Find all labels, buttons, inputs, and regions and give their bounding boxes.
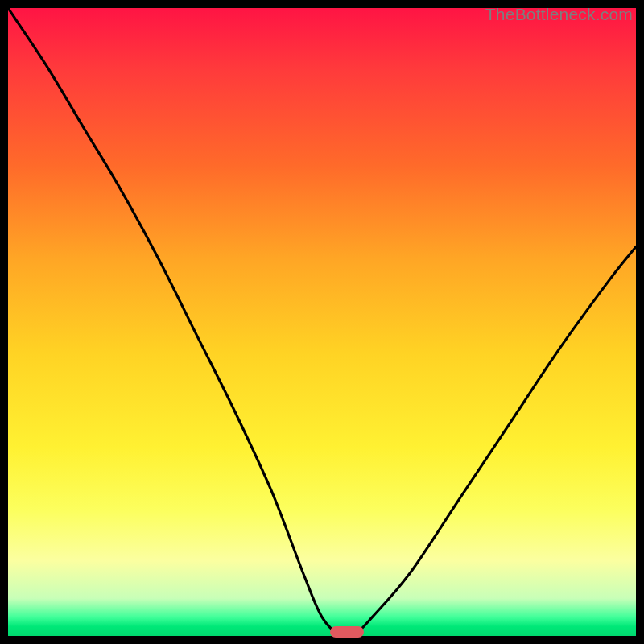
optimal-marker: [330, 626, 364, 638]
chart-frame: TheBottleneck.com: [0, 0, 644, 644]
bottleneck-curve: [8, 8, 636, 636]
watermark-text: TheBottleneck.com: [485, 5, 633, 24]
plot-area: [8, 8, 636, 636]
curve-svg: [8, 8, 636, 636]
